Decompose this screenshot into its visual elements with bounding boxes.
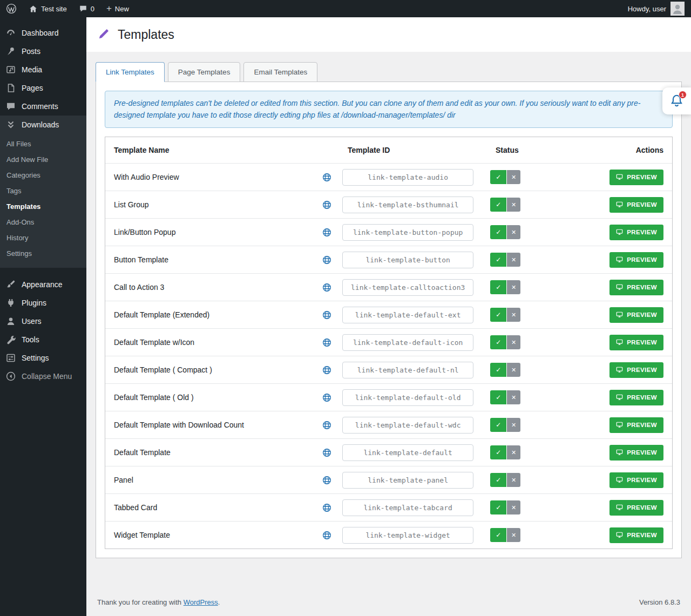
status-inactive-button[interactable]: ✕ — [507, 390, 520, 404]
table-row: Link/Button Popup ✓✕ PREVIEW — [105, 218, 672, 246]
preview-button[interactable]: PREVIEW — [609, 417, 663, 433]
status-active-button[interactable]: ✓ — [490, 390, 506, 404]
monitor-icon — [616, 421, 623, 429]
preview-button[interactable]: PREVIEW — [609, 307, 663, 323]
preview-button[interactable]: PREVIEW — [609, 335, 663, 350]
status-active-button[interactable]: ✓ — [490, 308, 506, 322]
table-row: Default Template (Extended) ✓✕ PREVIEW — [105, 301, 672, 328]
tab-link-templates[interactable]: Link Templates — [96, 62, 165, 82]
preview-button[interactable]: PREVIEW — [609, 472, 663, 488]
status-inactive-button[interactable]: ✕ — [507, 528, 520, 542]
sidebar-item-comments[interactable]: Comments — [0, 97, 86, 116]
status-inactive-button[interactable]: ✕ — [507, 253, 520, 267]
tab-email-templates[interactable]: Email Templates — [243, 62, 317, 82]
template-id-input[interactable] — [342, 224, 473, 241]
account-menu[interactable]: Howdy, user — [621, 0, 691, 17]
notifications-flyout[interactable]: 1 — [662, 87, 691, 114]
template-id-input[interactable] — [342, 444, 473, 461]
template-id-input[interactable] — [342, 252, 473, 268]
status-inactive-button[interactable]: ✕ — [507, 445, 520, 459]
tab-page-templates[interactable]: Page Templates — [168, 62, 241, 82]
new-content-menu[interactable]: + New — [100, 0, 135, 17]
submenu-categories[interactable]: Categories — [0, 167, 86, 183]
template-id-input[interactable] — [342, 499, 473, 516]
status-active-button[interactable]: ✓ — [490, 445, 506, 459]
globe-icon — [322, 420, 332, 430]
preview-button[interactable]: PREVIEW — [609, 252, 663, 268]
preview-button[interactable]: PREVIEW — [609, 225, 663, 240]
sidebar-item-collapse-menu[interactable]: Collapse Menu — [0, 367, 86, 385]
globe-icon — [322, 448, 332, 458]
template-name: Default Template w/Icon — [114, 338, 194, 347]
status-inactive-button[interactable]: ✕ — [507, 500, 520, 515]
submenu-add-new-file[interactable]: Add New File — [0, 152, 86, 167]
sidebar-item-posts[interactable]: Posts — [0, 42, 86, 60]
status-active-button[interactable]: ✓ — [490, 170, 506, 184]
status-inactive-button[interactable]: ✕ — [507, 363, 520, 377]
preview-button-label: PREVIEW — [627, 201, 657, 208]
wordpress-link[interactable]: WordPress — [184, 598, 218, 606]
globe-icon — [322, 255, 332, 265]
preview-button[interactable]: PREVIEW — [609, 280, 663, 295]
template-id-input[interactable] — [342, 389, 473, 406]
status-active-button[interactable]: ✓ — [490, 225, 506, 239]
status-inactive-button[interactable]: ✕ — [507, 225, 520, 239]
template-id-input[interactable] — [342, 169, 473, 186]
template-id-input[interactable] — [342, 362, 473, 378]
sidebar-item-media[interactable]: Media — [0, 60, 86, 79]
sidebar-item-tools[interactable]: Tools — [0, 330, 86, 349]
preview-button[interactable]: PREVIEW — [609, 445, 663, 461]
status-active-button[interactable]: ✓ — [490, 418, 506, 432]
wordpress-menu[interactable] — [0, 0, 23, 17]
status-active-button[interactable]: ✓ — [490, 335, 506, 349]
template-id-input[interactable] — [342, 307, 473, 323]
template-id-input[interactable] — [342, 279, 473, 296]
status-inactive-button[interactable]: ✕ — [507, 418, 520, 432]
monitor-icon — [616, 504, 623, 512]
sidebar-item-dashboard[interactable]: Dashboard — [0, 24, 86, 42]
status-inactive-button[interactable]: ✕ — [507, 170, 520, 184]
template-id-input[interactable] — [342, 197, 473, 213]
submenu-templates[interactable]: Templates — [0, 199, 86, 214]
status-active-button[interactable]: ✓ — [490, 253, 506, 267]
submenu-settings[interactable]: Settings — [0, 246, 86, 261]
submenu-add-ons[interactable]: Add-Ons — [0, 214, 86, 230]
template-id-input[interactable] — [342, 417, 473, 434]
preview-button[interactable]: PREVIEW — [609, 527, 663, 543]
status-inactive-button[interactable]: ✕ — [507, 473, 520, 487]
sidebar-item-pages[interactable]: Pages — [0, 79, 86, 97]
sidebar-item-appearance[interactable]: Appearance — [0, 275, 86, 294]
status-inactive-button[interactable]: ✕ — [507, 198, 520, 212]
preview-button[interactable]: PREVIEW — [609, 170, 663, 185]
comment-count: 0 — [91, 5, 94, 13]
template-id-input[interactable] — [342, 472, 473, 489]
site-link[interactable]: Test site — [23, 0, 73, 17]
status-active-button[interactable]: ✓ — [490, 500, 506, 515]
sidebar-item-users[interactable]: Users — [0, 312, 86, 330]
submenu-all-files[interactable]: All Files — [0, 136, 86, 152]
status-inactive-button[interactable]: ✕ — [507, 280, 520, 294]
submenu-history[interactable]: History — [0, 230, 86, 246]
template-id-input[interactable] — [342, 527, 473, 544]
preview-button[interactable]: PREVIEW — [609, 362, 663, 378]
status-active-button[interactable]: ✓ — [490, 528, 506, 542]
sidebar-item-settings[interactable]: Settings — [0, 349, 86, 367]
collapse-icon — [5, 371, 16, 382]
status-active-button[interactable]: ✓ — [490, 363, 506, 377]
sidebar-item-plugins[interactable]: Plugins — [0, 294, 86, 312]
preview-button-label: PREVIEW — [627, 256, 657, 263]
status-inactive-button[interactable]: ✕ — [507, 335, 520, 349]
preview-button-label: PREVIEW — [627, 477, 657, 483]
template-id-input[interactable] — [342, 334, 473, 351]
status-active-button[interactable]: ✓ — [490, 473, 506, 487]
preview-button[interactable]: PREVIEW — [609, 390, 663, 405]
status-inactive-button[interactable]: ✕ — [507, 308, 520, 322]
status-active-button[interactable]: ✓ — [490, 198, 506, 212]
preview-button[interactable]: PREVIEW — [609, 197, 663, 213]
submenu-tags[interactable]: Tags — [0, 183, 86, 199]
comments-counter[interactable]: 0 — [73, 0, 100, 17]
sidebar-item-downloads[interactable]: Downloads — [0, 116, 86, 134]
preview-button[interactable]: PREVIEW — [609, 500, 663, 516]
status-active-button[interactable]: ✓ — [490, 280, 506, 294]
globe-icon — [322, 200, 332, 210]
